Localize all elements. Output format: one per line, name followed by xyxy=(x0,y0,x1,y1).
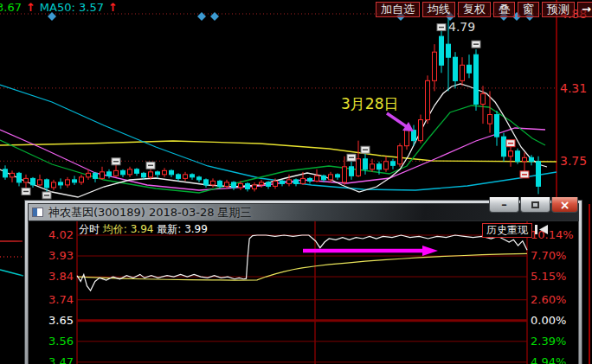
ma-value-row: 3.67↑ MA50: 3.57↑ xyxy=(0,1,118,14)
close-icon: × xyxy=(560,198,570,212)
next-group-icon[interactable]: → xyxy=(577,2,592,17)
toolbar-button-3[interactable]: 叠 xyxy=(493,2,515,17)
up-arrow-icon: ↑ xyxy=(26,1,35,14)
chart-window-icon xyxy=(32,208,43,217)
maximize-button[interactable] xyxy=(520,197,550,213)
maximize-icon xyxy=(531,201,539,208)
popup-price-label: 3.74 xyxy=(29,293,74,306)
toolbar-button-1[interactable]: 均线 xyxy=(422,2,455,17)
intraday-header: 分时 均价: 3.94 最新: 3.99 xyxy=(79,222,208,237)
popup-pct-label: 2.60% xyxy=(531,293,566,306)
popup-pct-label: 4.94% xyxy=(531,355,566,364)
minimize-button[interactable]: – xyxy=(489,197,519,213)
avg-price-label: 均价: 3.94 xyxy=(103,223,154,235)
popup-price-label: 3.56 xyxy=(29,335,74,348)
intraday-chart-canvas[interactable] xyxy=(29,221,580,364)
popup-title: 神农基因(300189) 2018-03-28 星期三 xyxy=(48,205,252,220)
y-axis-label: 4.31 xyxy=(560,81,587,95)
popup-pct-label: 0.00% xyxy=(531,314,566,327)
ma50-value: MA50: 3.57 xyxy=(40,1,104,14)
mode-label: 分时 xyxy=(79,223,100,235)
svg-text:4.79: 4.79 xyxy=(448,20,475,34)
date-annotation: 3月28日 xyxy=(341,94,398,114)
intraday-popup-window[interactable]: 神农基因(300189) 2018-03-28 星期三 – × 分时 均价: 3… xyxy=(24,200,582,364)
popup-price-label: 3.93 xyxy=(29,249,74,262)
toolbar-button-5[interactable]: 预测 xyxy=(542,2,575,17)
toolbar-button-0[interactable]: 加自选 xyxy=(376,2,420,17)
popup-price-label: 4.02 xyxy=(29,228,74,241)
popup-pct-label: 5.15% xyxy=(531,270,566,283)
up-arrow-icon: ↑ xyxy=(108,1,118,14)
last-price-label: 最新: 3.99 xyxy=(157,223,208,235)
popup-client-area: 分时 均价: 3.94 最新: 3.99 历史重现 4.023.933.843.… xyxy=(28,221,579,364)
popup-price-label: 3.84 xyxy=(29,270,74,283)
popup-pct-label: 2.39% xyxy=(531,335,566,348)
window-controls: – × xyxy=(488,197,578,213)
popup-price-label: 3.65 xyxy=(29,314,74,327)
close-button[interactable]: × xyxy=(551,197,578,213)
main-toolbar: 加自选均线复权叠窗预测→▼ xyxy=(376,2,592,17)
y-axis-label: 3.75 xyxy=(560,154,587,168)
toolbar-button-2[interactable]: 复权 xyxy=(458,2,491,17)
toolbar-button-4[interactable]: 窗 xyxy=(518,2,539,17)
app-window: 4.79 3.67↑ MA50: 3.57↑ 加自选均线复权叠窗预测→▼ 4.8… xyxy=(0,0,592,364)
popup-price-label: 3.47 xyxy=(29,355,74,364)
ma10-value: 3.67 xyxy=(0,1,22,14)
history-replay-button[interactable]: 历史重现 xyxy=(482,223,532,238)
minimize-icon: – xyxy=(501,198,507,211)
popup-pct-label: 7.70% xyxy=(531,249,566,262)
